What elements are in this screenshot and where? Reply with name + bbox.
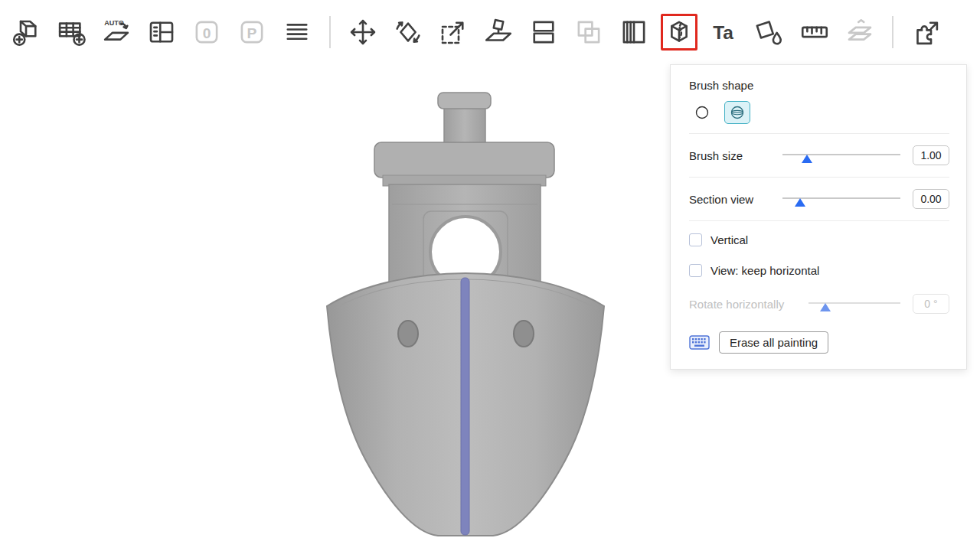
plugin-icon: [910, 16, 942, 48]
text-tool-icon: Ta: [708, 16, 740, 48]
move-icon: [347, 16, 379, 48]
slider-thumb: [820, 303, 831, 311]
vertical-checkbox[interactable]: [689, 233, 702, 246]
section-view-label: Section view: [689, 193, 779, 206]
seam-painting-button[interactable]: [661, 14, 697, 51]
add-object-icon: [10, 16, 42, 48]
keep-horizontal-row: View: keep horizontal: [689, 255, 949, 285]
auto-orient-button[interactable]: AUTO: [98, 14, 135, 51]
keyboard-icon: [689, 335, 710, 350]
brush-shape-circle-option[interactable]: [689, 101, 715, 124]
mesh-boolean-button[interactable]: [570, 14, 607, 51]
rotate-icon: [392, 16, 424, 48]
svg-text:Ta: Ta: [713, 22, 733, 43]
measure-button[interactable]: [796, 14, 833, 51]
rotate-button[interactable]: [390, 14, 426, 51]
brush-shape-sphere-option[interactable]: [724, 101, 750, 124]
model-cabin-roof: [374, 142, 554, 178]
add-object-button[interactable]: [8, 14, 44, 51]
rotate-horizontally-value: 0 °: [913, 294, 949, 314]
color-painting-button[interactable]: [751, 14, 788, 51]
add-plate-button[interactable]: [53, 14, 90, 51]
brush-size-slider[interactable]: [782, 147, 900, 164]
vertical-row: Vertical: [689, 224, 949, 255]
brush-size-label: Brush size: [689, 149, 779, 162]
section-view-row: Section view 0.00: [689, 181, 949, 217]
erase-all-painting-button[interactable]: Erase all painting: [719, 331, 828, 354]
color-painting-icon: [753, 16, 786, 48]
shortcut-keyboard-button[interactable]: [689, 335, 710, 350]
panel-divider: [689, 177, 949, 178]
measure-icon: [799, 16, 831, 48]
toolbar-divider: [892, 16, 893, 48]
slider-track: [782, 154, 900, 155]
cut-button[interactable]: [525, 14, 562, 51]
p-badge-button[interactable]: P: [234, 14, 270, 51]
seam-painting-panel: Brush shape Brush size 1.00 Section view: [670, 64, 967, 370]
sphere-brush-icon: [730, 103, 745, 122]
erase-row: Erase all painting: [689, 331, 949, 354]
rotate-horizontally-row: Rotate horizontally 0 °: [689, 285, 949, 322]
model-funnel: [438, 93, 491, 145]
arrange-icon: [145, 16, 178, 48]
zero-badge-icon: 0: [191, 16, 223, 48]
section-view-slider[interactable]: [782, 191, 900, 207]
brush-size-row: Brush size 1.00: [689, 137, 949, 174]
auto-orient-icon: AUTO: [100, 16, 132, 48]
mesh-boolean-icon: [573, 16, 605, 48]
place-on-face-button[interactable]: [480, 14, 517, 51]
assembly-icon: [844, 16, 876, 48]
section-view-value[interactable]: 0.00: [913, 189, 949, 209]
text-tool-button[interactable]: Ta: [706, 14, 743, 51]
assembly-button[interactable]: [841, 14, 878, 51]
brush-shape-label: Brush shape: [689, 79, 949, 92]
slider-thumb[interactable]: [795, 198, 805, 207]
brush-size-value[interactable]: 1.00: [913, 145, 949, 165]
layers-button[interactable]: [279, 14, 315, 51]
arrange-button[interactable]: [143, 14, 180, 51]
seam-stripe: [461, 278, 469, 535]
seam-painting-icon: [663, 16, 695, 48]
layers-icon: [281, 16, 313, 48]
zero-badge-button[interactable]: 0: [188, 14, 225, 51]
p-badge-icon: P: [236, 16, 268, 48]
toolbar-divider: [329, 16, 331, 48]
move-button[interactable]: [345, 14, 381, 51]
keep-horizontal-label: View: keep horizontal: [710, 264, 819, 277]
variable-layer-height-button[interactable]: [616, 14, 652, 51]
place-on-face-icon: [482, 16, 514, 48]
svg-text:P: P: [247, 25, 257, 41]
circle-brush-icon: [694, 103, 710, 122]
panel-divider: [689, 133, 949, 134]
panel-divider: [689, 220, 949, 221]
slider-thumb[interactable]: [802, 155, 812, 163]
scale-icon: [437, 16, 469, 48]
keep-horizontal-checkbox[interactable]: [689, 264, 702, 277]
variable-layer-height-icon: [618, 16, 650, 48]
scale-button[interactable]: [435, 14, 472, 51]
brush-shape-options: [689, 101, 949, 124]
vertical-label: Vertical: [710, 233, 748, 246]
cut-icon: [528, 16, 560, 48]
main-toolbar: AUTO 0 P: [0, 0, 980, 64]
plugin-button[interactable]: [907, 14, 944, 51]
add-plate-icon: [55, 16, 87, 48]
rotate-horizontally-label: Rotate horizontally: [689, 298, 805, 311]
rotate-horizontally-slider: [808, 295, 900, 312]
svg-text:0: 0: [203, 25, 211, 41]
